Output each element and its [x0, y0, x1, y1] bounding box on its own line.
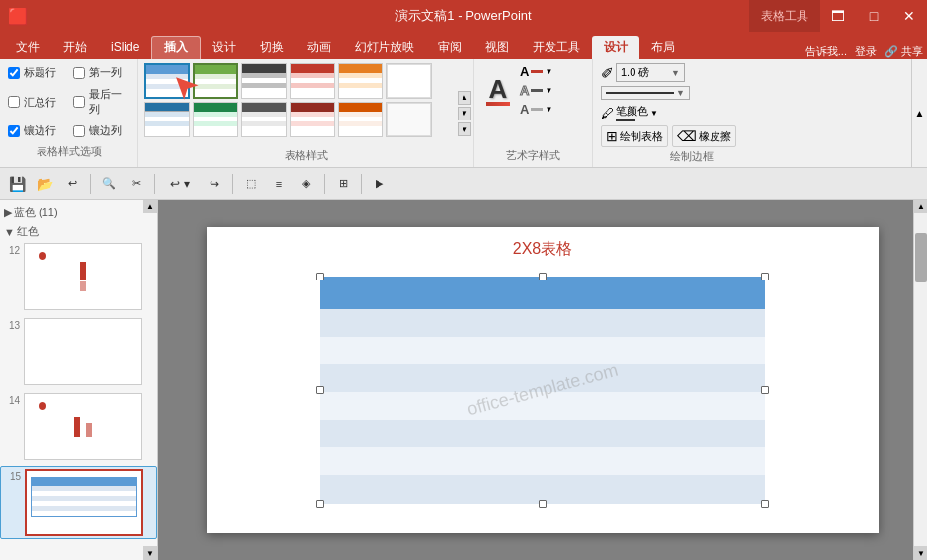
- undo-btn[interactable]: ↩ ▾: [160, 172, 200, 196]
- title-bar: 🟥 演示文稿1 - PowerPoint 表格工具 🗖 □ ✕: [0, 0, 927, 32]
- quick-style-btn[interactable]: A: [482, 74, 514, 108]
- close-btn[interactable]: ✕: [891, 0, 927, 32]
- checkbox-banded-rows-input[interactable]: [8, 125, 20, 137]
- table-style-swatch-6[interactable]: [386, 63, 432, 99]
- scroll-up-btn[interactable]: ▲: [914, 200, 927, 213]
- pen-color-btn[interactable]: 🖊 笔颜色 ▼: [601, 104, 783, 121]
- tab-islide[interactable]: iSlide: [99, 36, 151, 59]
- scroll-thumb[interactable]: [915, 233, 927, 282]
- handle-mr[interactable]: [761, 386, 769, 394]
- checkbox-title-row[interactable]: 标题行: [8, 65, 65, 80]
- checkbox-first-col-input[interactable]: [73, 67, 85, 79]
- handle-tl[interactable]: [316, 273, 324, 280]
- restore-btn[interactable]: □: [856, 0, 891, 32]
- group-blue[interactable]: ▶ 蓝色 (11): [0, 200, 157, 222]
- table-style-swatch-11[interactable]: [338, 102, 383, 137]
- align-btn[interactable]: ≡: [266, 172, 292, 196]
- slide-item-13[interactable]: 13: [0, 316, 157, 387]
- eraser-btn[interactable]: ⌫ 橡皮擦: [672, 125, 736, 147]
- handle-bl[interactable]: [316, 500, 324, 508]
- table-style-swatch-4[interactable]: [290, 63, 335, 99]
- ribbon-collapse-btn[interactable]: ▲: [911, 59, 927, 167]
- slide-thumb-12[interactable]: [24, 243, 142, 310]
- slide-thumb-13[interactable]: [24, 318, 142, 385]
- draw-table-btn[interactable]: ⊞ 绘制表格: [601, 125, 668, 147]
- scroll-down-btn[interactable]: ▼: [914, 546, 927, 560]
- draw-table-label: 绘制表格: [620, 129, 663, 144]
- checkbox-last-col[interactable]: 最后一列: [73, 87, 130, 117]
- tab-design[interactable]: 设计: [201, 36, 248, 59]
- tab-home[interactable]: 开始: [51, 36, 99, 59]
- table-style-swatch-2[interactable]: [193, 63, 238, 99]
- checkbox-first-col[interactable]: 第一列: [73, 65, 130, 80]
- checkbox-total-row[interactable]: 汇总行: [8, 87, 65, 117]
- tell-me-btn[interactable]: 告诉我...: [805, 44, 847, 59]
- handle-tr[interactable]: [761, 273, 769, 280]
- arrange-btn[interactable]: ⬚: [238, 172, 264, 196]
- tab-review[interactable]: 审阅: [426, 36, 473, 59]
- line-style-dropdown[interactable]: ▼: [601, 86, 690, 100]
- slide-thumb-14[interactable]: [24, 393, 142, 460]
- undo-group-btn[interactable]: ↩: [59, 172, 85, 196]
- effects-btn[interactable]: ◈: [294, 172, 319, 196]
- table-style-swatch-10[interactable]: [290, 102, 335, 137]
- checkbox-banded-cols-input[interactable]: [73, 125, 85, 137]
- tab-animations[interactable]: 动画: [295, 36, 343, 59]
- table-style-swatch-12[interactable]: [386, 102, 432, 137]
- minimize-btn[interactable]: 🗖: [820, 0, 856, 32]
- tab-table-design[interactable]: 设计: [592, 36, 639, 59]
- table-style-swatch-1[interactable]: [144, 63, 190, 99]
- swatch-expand[interactable]: ▾: [458, 122, 471, 136]
- checkbox-banded-cols[interactable]: 镶边列: [73, 123, 130, 138]
- tab-transitions[interactable]: 切换: [248, 36, 295, 59]
- checkbox-last-col-input[interactable]: [73, 96, 85, 108]
- handle-bm[interactable]: [539, 500, 547, 508]
- panel-scroll-down[interactable]: ▼: [143, 546, 157, 560]
- table-style-swatch-8[interactable]: [193, 102, 238, 137]
- panel-scroll-up[interactable]: ▲: [143, 200, 157, 213]
- slide-number-15: 15: [3, 469, 21, 482]
- group-red-arrow: ▼: [4, 226, 15, 238]
- slide-item-15[interactable]: 15: [0, 466, 157, 539]
- checkbox-total-row-input[interactable]: [8, 96, 20, 108]
- tab-file[interactable]: 文件: [4, 36, 51, 59]
- zoom-btn[interactable]: 🔍: [96, 172, 122, 196]
- group-red[interactable]: ▼ 红色: [0, 222, 157, 241]
- tab-slideshow[interactable]: 幻灯片放映: [343, 36, 426, 59]
- slide-panel: ▲ ▶ 蓝色 (11) ▼ 红色 12: [0, 200, 158, 560]
- text-effect-btn[interactable]: A ▼: [518, 101, 554, 118]
- insert-btn[interactable]: ⊞: [330, 172, 356, 196]
- swatch-scroll-up[interactable]: ▲: [458, 91, 471, 105]
- tab-view[interactable]: 视图: [473, 36, 521, 59]
- table-style-swatch-3[interactable]: [241, 63, 287, 99]
- login-btn[interactable]: 登录: [855, 44, 877, 59]
- handle-ml[interactable]: [316, 386, 324, 394]
- checkbox-banded-rows[interactable]: 镶边行: [8, 123, 65, 138]
- table-style-swatch-5[interactable]: [338, 63, 383, 99]
- wordart-styles-label: 艺术字样式: [482, 146, 584, 163]
- checkbox-title-row-input[interactable]: [8, 67, 20, 79]
- handle-tm[interactable]: [539, 273, 547, 280]
- table-cell: [320, 337, 543, 364]
- slide-page[interactable]: 2X8表格: [207, 227, 879, 533]
- media-btn[interactable]: ▶: [367, 172, 392, 196]
- share-btn[interactable]: 🔗 共享: [885, 44, 923, 59]
- crop-btn[interactable]: ✂: [124, 172, 149, 196]
- open-btn[interactable]: 📂: [32, 172, 57, 196]
- table-style-swatch-7[interactable]: [144, 102, 190, 137]
- tab-developer[interactable]: 开发工具: [521, 36, 592, 59]
- slide-item-14[interactable]: 14: [0, 391, 157, 462]
- text-outline-btn[interactable]: A ▼: [518, 82, 554, 99]
- slide-table-container[interactable]: office-template.com: [320, 277, 765, 504]
- slide-thumb-15[interactable]: [25, 469, 143, 536]
- text-fill-btn[interactable]: A ▼: [518, 63, 554, 80]
- slide-item-12[interactable]: 12: [0, 241, 157, 312]
- table-style-swatch-9[interactable]: [241, 102, 287, 137]
- tab-insert[interactable]: 插入: [151, 36, 201, 59]
- handle-br[interactable]: [761, 500, 769, 508]
- tab-layout[interactable]: 布局: [639, 36, 687, 59]
- swatch-scroll-down[interactable]: ▼: [458, 107, 471, 120]
- line-weight-dropdown[interactable]: 1.0 磅 ▼: [616, 63, 685, 82]
- redo-btn[interactable]: ↪: [202, 172, 227, 196]
- save-btn[interactable]: 💾: [4, 172, 30, 196]
